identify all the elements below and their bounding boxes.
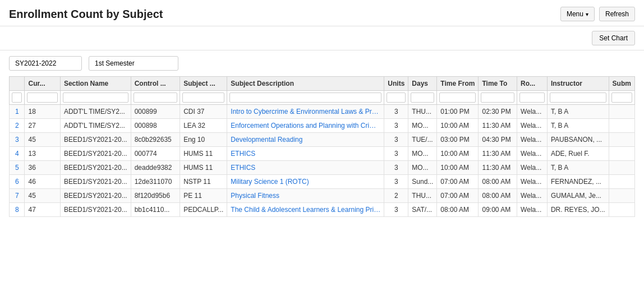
header-bar: Enrollment Count by Subject Menu ▾ Refre… (0, 0, 644, 26)
cell-subject: HUMS 11 (180, 161, 227, 175)
cell-section: BEED1/SY2021-20... (60, 175, 131, 189)
cell-subm (609, 189, 634, 203)
cell-subject: PE 11 (180, 189, 227, 203)
cell-control: bb1c4110... (131, 203, 180, 217)
cell-row-num[interactable]: 8 (10, 203, 25, 217)
filter-subject-input[interactable] (182, 93, 224, 103)
cell-cur: 13 (25, 147, 60, 161)
cell-timefrom: 10:00 AM (437, 119, 479, 133)
cell-desc[interactable]: Intro to Cybercrime & Environmental Laws… (227, 105, 384, 119)
cell-instructor: PAUBSANON, ... (547, 133, 609, 147)
filter-desc (227, 91, 384, 105)
filter-timefrom-input[interactable] (439, 93, 476, 103)
col-header-days: Days (408, 77, 437, 91)
cell-desc[interactable]: ETHICS (227, 147, 384, 161)
cell-days: Sund... (408, 175, 437, 189)
enrollment-table-container: Cur... Section Name Control ... Subject … (0, 76, 644, 217)
filter-control-input[interactable] (134, 93, 178, 103)
filter-section (60, 91, 131, 105)
filter-days (408, 91, 437, 105)
filter-subm-input[interactable] (611, 93, 632, 103)
cell-subm (609, 133, 634, 147)
cell-desc[interactable]: Physical Fitness (227, 189, 384, 203)
filter-num-input[interactable] (12, 93, 22, 103)
cell-desc[interactable]: ETHICS (227, 161, 384, 175)
cell-section: ADDT'L TIME/SY2... (60, 105, 131, 119)
cell-subm (609, 203, 634, 217)
cell-section: BEED1/SY2021-20... (60, 133, 131, 147)
cell-row-num[interactable]: 1 (10, 105, 25, 119)
filter-days-input[interactable] (411, 93, 434, 103)
cell-room: Wela... (517, 147, 548, 161)
column-filter-row (10, 91, 635, 105)
set-chart-button[interactable]: Set Chart (592, 31, 635, 45)
cell-desc[interactable]: Developmental Reading (227, 133, 384, 147)
semester-input[interactable] (89, 56, 178, 71)
cell-row-num[interactable]: 7 (10, 189, 25, 203)
cell-units: 2 (384, 189, 408, 203)
col-header-room: Ro... (517, 77, 548, 91)
cell-subm (609, 105, 634, 119)
filter-room-input[interactable] (519, 93, 545, 103)
cell-row-num[interactable]: 5 (10, 161, 25, 175)
cell-room: Wela... (517, 119, 548, 133)
cell-row-num[interactable]: 6 (10, 175, 25, 189)
cell-desc[interactable]: Military Science 1 (ROTC) (227, 175, 384, 189)
cell-units: 3 (384, 161, 408, 175)
cell-cur: 45 (25, 133, 60, 147)
filter-section-input[interactable] (63, 93, 128, 103)
cell-room: Wela... (517, 133, 548, 147)
col-header-timeto: Time To (479, 77, 517, 91)
cell-desc[interactable]: The Child & Adolescent Learners & Learni… (227, 203, 384, 217)
school-year-input[interactable] (9, 56, 82, 71)
filter-cur (25, 91, 60, 105)
cell-cur: 18 (25, 105, 60, 119)
col-header-control: Control ... (131, 77, 180, 91)
filter-control (131, 91, 180, 105)
cell-subject: LEA 32 (180, 119, 227, 133)
filters-row (0, 50, 644, 76)
filter-cur-input[interactable] (27, 93, 57, 103)
cell-section: ADDT'L TIME/SY2... (60, 119, 131, 133)
cell-room: Wela... (517, 105, 548, 119)
cell-timefrom: 07:00 AM (437, 189, 479, 203)
filter-instructor-input[interactable] (550, 93, 606, 103)
col-header-section: Section Name (60, 77, 131, 91)
filter-desc-input[interactable] (229, 93, 381, 103)
cell-timeto: 09:00 AM (479, 203, 517, 217)
table-row: 227ADDT'L TIME/SY2...000898LEA 32Enforce… (10, 119, 635, 133)
filter-units (384, 91, 408, 105)
cell-timeto: 02:30 PM (479, 105, 517, 119)
table-row: 413BEED1/SY2021-20...000774HUMS 11ETHICS… (10, 147, 635, 161)
col-header-cur: Cur... (25, 77, 60, 91)
page-title: Enrollment Count by Subject (9, 8, 163, 21)
cell-timeto: 11:30 AM (479, 147, 517, 161)
cell-control: 12de311070 (131, 175, 180, 189)
cell-units: 3 (384, 203, 408, 217)
table-row: 745BEED1/SY2021-20...8f120d95b6PE 11Phys… (10, 189, 635, 203)
refresh-button[interactable]: Refresh (599, 7, 635, 21)
menu-label: Menu (567, 10, 583, 18)
col-header-units: Units (384, 77, 408, 91)
cell-row-num[interactable]: 4 (10, 147, 25, 161)
cell-instructor: T, B A (547, 105, 609, 119)
filter-timefrom (437, 91, 479, 105)
table-row: 118ADDT'L TIME/SY2...000899CDI 37Intro t… (10, 105, 635, 119)
cell-timeto: 04:30 PM (479, 133, 517, 147)
cell-control: 000774 (131, 147, 180, 161)
table-row: 345BEED1/SY2021-20...8c0b292635Eng 10Dev… (10, 133, 635, 147)
cell-desc[interactable]: Enforcement Operations and Planning with… (227, 119, 384, 133)
filter-timeto-input[interactable] (481, 93, 514, 103)
menu-button[interactable]: Menu ▾ (560, 7, 595, 21)
cell-subm (609, 175, 634, 189)
cell-timeto: 11:30 AM (479, 119, 517, 133)
cell-row-num[interactable]: 2 (10, 119, 25, 133)
cell-days: THU... (408, 105, 437, 119)
cell-subject: NSTP 11 (180, 175, 227, 189)
cell-timefrom: 08:00 AM (437, 203, 479, 217)
cell-row-num[interactable]: 3 (10, 133, 25, 147)
filter-units-input[interactable] (387, 93, 406, 103)
header-actions: Menu ▾ Refresh (560, 7, 635, 21)
cell-timeto: 08:00 AM (479, 175, 517, 189)
col-header-subm: Subm (609, 77, 634, 91)
